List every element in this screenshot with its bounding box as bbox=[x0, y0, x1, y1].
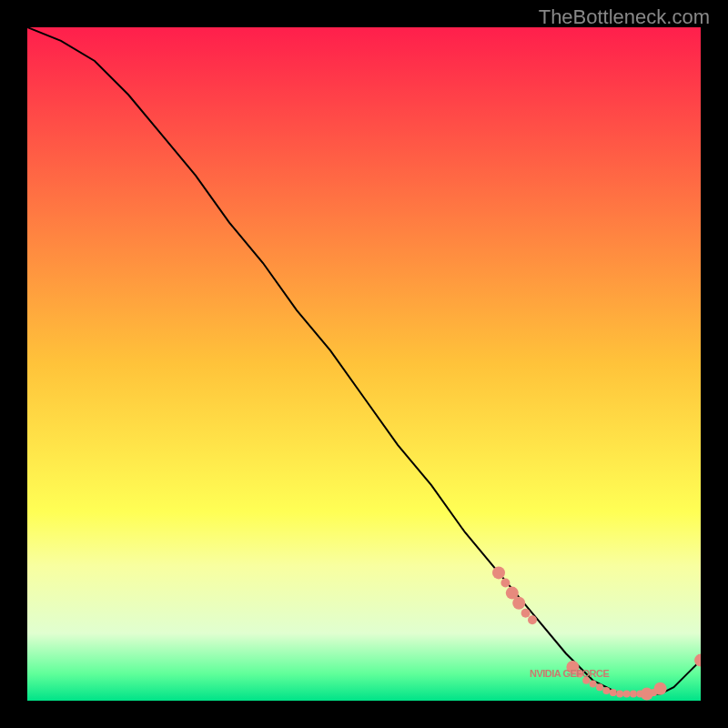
marker-point bbox=[590, 681, 597, 688]
marker-point bbox=[528, 615, 537, 624]
marker-point bbox=[596, 683, 603, 691]
watermark-text: TheBottleneck.com bbox=[539, 5, 710, 29]
marker-point bbox=[521, 609, 531, 618]
chart-area: NVIDIA GEFORCE bbox=[27, 27, 701, 701]
marker-point bbox=[610, 689, 617, 696]
marker-point bbox=[602, 687, 610, 694]
marker-point bbox=[623, 691, 631, 698]
marker-point bbox=[492, 566, 505, 579]
marker-point bbox=[616, 691, 623, 698]
markers-group bbox=[492, 566, 701, 700]
marker-point bbox=[654, 682, 667, 695]
marker-point bbox=[500, 579, 510, 588]
chart-overlay bbox=[27, 27, 701, 701]
annotation-label: NVIDIA GEFORCE bbox=[530, 668, 609, 679]
marker-point bbox=[512, 597, 525, 610]
bottleneck-curve bbox=[27, 27, 701, 694]
marker-point bbox=[630, 691, 637, 698]
